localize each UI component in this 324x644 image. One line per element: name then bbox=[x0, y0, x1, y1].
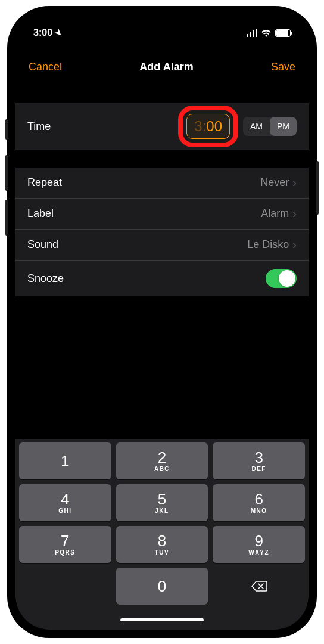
home-indicator[interactable] bbox=[120, 618, 204, 621]
location-icon: ➤ bbox=[53, 27, 65, 39]
notch bbox=[102, 14, 222, 32]
ampm-segmented-control[interactable]: AM PM bbox=[243, 117, 297, 136]
cellular-signal-icon bbox=[247, 29, 257, 37]
repeat-value: Never bbox=[260, 177, 289, 189]
device-frame: 3:00 ➤ Cancel Add Alarm Save bbox=[7, 6, 317, 638]
mute-switch bbox=[5, 119, 8, 140]
key-backspace[interactable] bbox=[213, 568, 305, 605]
time-hour: 3 bbox=[194, 118, 202, 134]
key-4[interactable]: 4 GHI bbox=[19, 484, 111, 521]
status-left: 3:00 ➤ bbox=[33, 27, 63, 38]
key-6[interactable]: 6 MNO bbox=[213, 484, 305, 521]
chevron-right-icon: › bbox=[292, 176, 297, 190]
pm-button[interactable]: PM bbox=[270, 117, 297, 136]
label-row[interactable]: Label Alarm › bbox=[15, 199, 309, 230]
key-8[interactable]: 8 TUV bbox=[116, 526, 208, 563]
key-blank bbox=[19, 568, 111, 605]
wifi-icon bbox=[261, 29, 272, 37]
volume-down-button bbox=[5, 200, 8, 236]
toggle-knob bbox=[279, 270, 295, 287]
status-right bbox=[247, 29, 291, 37]
time-row: Time 3:00 AM PM bbox=[15, 103, 309, 150]
page-title: Add Alarm bbox=[139, 61, 193, 73]
repeat-row[interactable]: Repeat Never › bbox=[15, 168, 309, 199]
key-0[interactable]: 0 bbox=[116, 568, 208, 605]
am-button[interactable]: AM bbox=[243, 117, 270, 136]
time-input-wrap: 3:00 bbox=[186, 114, 230, 139]
chevron-right-icon: › bbox=[292, 207, 297, 221]
backspace-icon bbox=[251, 580, 267, 592]
snooze-row: Snooze bbox=[15, 261, 309, 296]
snooze-toggle[interactable] bbox=[266, 269, 297, 288]
time-minute: 00 bbox=[206, 118, 222, 134]
label-value: Alarm bbox=[261, 208, 289, 220]
chevron-right-icon: › bbox=[292, 238, 297, 252]
home-indicator-area bbox=[15, 609, 309, 630]
key-7[interactable]: 7 PQRS bbox=[19, 526, 111, 563]
time-label: Time bbox=[27, 120, 179, 133]
sound-row[interactable]: Sound Le Disko › bbox=[15, 230, 309, 261]
screen: 3:00 ➤ Cancel Add Alarm Save bbox=[15, 14, 309, 630]
snooze-label: Snooze bbox=[27, 273, 266, 285]
key-2[interactable]: 2 ABC bbox=[116, 442, 208, 479]
sound-value: Le Disko bbox=[247, 239, 289, 251]
label-label: Label bbox=[27, 208, 261, 220]
time-input[interactable]: 3:00 bbox=[186, 114, 230, 139]
power-button bbox=[316, 161, 319, 215]
nav-header: Cancel Add Alarm Save bbox=[15, 43, 309, 85]
numeric-keypad: 1 2 ABC 3 DEF 4 GHI 5 JKL 6 MNO bbox=[15, 439, 309, 609]
key-1[interactable]: 1 bbox=[19, 442, 111, 479]
battery-icon bbox=[275, 29, 291, 37]
settings-list: Repeat Never › Label Alarm › Sound Le Di… bbox=[15, 168, 309, 296]
cancel-button[interactable]: Cancel bbox=[29, 61, 62, 73]
key-9[interactable]: 9 WXYZ bbox=[213, 526, 305, 563]
status-time: 3:00 bbox=[33, 27, 52, 38]
save-button[interactable]: Save bbox=[271, 61, 295, 73]
content-spacer bbox=[15, 296, 309, 439]
sound-label: Sound bbox=[27, 239, 247, 251]
key-5[interactable]: 5 JKL bbox=[116, 484, 208, 521]
key-3[interactable]: 3 DEF bbox=[213, 442, 305, 479]
repeat-label: Repeat bbox=[27, 177, 260, 189]
volume-up-button bbox=[5, 155, 8, 191]
